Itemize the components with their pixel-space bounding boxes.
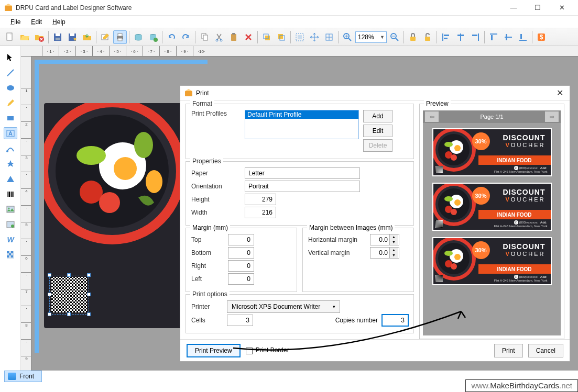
zoom-in-icon[interactable] bbox=[341, 30, 354, 44]
print-dialog: Print ✕ Format Print Profiles Default Pr… bbox=[180, 85, 570, 362]
voucher-qr-icon bbox=[435, 275, 443, 282]
preview-legend: Preview bbox=[424, 100, 451, 107]
wordart-tool-icon[interactable]: W bbox=[4, 233, 17, 245]
select-all-icon[interactable] bbox=[293, 30, 307, 44]
lock-icon[interactable] bbox=[406, 30, 420, 44]
svg-point-79 bbox=[454, 145, 461, 151]
svg-point-87 bbox=[454, 199, 461, 206]
line-tool-icon[interactable] bbox=[4, 66, 17, 79]
star-tool-icon[interactable] bbox=[4, 158, 17, 170]
batch-icon[interactable] bbox=[132, 30, 145, 44]
align-right-icon[interactable] bbox=[468, 30, 482, 44]
delete-icon[interactable] bbox=[242, 30, 255, 44]
print-options-legend: Print options bbox=[190, 290, 230, 298]
card-design[interactable] bbox=[44, 103, 201, 328]
svg-rect-11 bbox=[118, 38, 122, 41]
unlock-icon[interactable] bbox=[421, 30, 434, 44]
rectangle-tool-icon[interactable] bbox=[4, 112, 17, 124]
add-profile-button[interactable]: Add bbox=[363, 110, 392, 122]
tab-front[interactable]: Front bbox=[4, 371, 42, 382]
edit-profile-button[interactable]: Edit bbox=[363, 125, 392, 137]
maximize-button[interactable]: ☐ bbox=[526, 0, 550, 16]
paper-value[interactable]: Letter bbox=[245, 167, 360, 179]
zoom-input[interactable]: ▼ bbox=[355, 31, 387, 43]
print-preview-button[interactable]: Print Preview bbox=[187, 344, 241, 357]
delete-file-icon[interactable] bbox=[32, 30, 46, 44]
open-icon[interactable] bbox=[18, 30, 31, 44]
margin-right-input[interactable] bbox=[228, 260, 254, 272]
menu-help[interactable]: HelpHelp bbox=[47, 17, 71, 27]
bring-front-icon[interactable] bbox=[260, 30, 274, 44]
cells-input[interactable] bbox=[227, 315, 253, 326]
preview-next-button[interactable]: ⇨ bbox=[545, 111, 559, 122]
triangle-tool-icon[interactable] bbox=[4, 173, 17, 185]
preview-page-label: Page 1/1 bbox=[441, 114, 543, 120]
redo-icon[interactable] bbox=[179, 30, 193, 44]
print-icon[interactable] bbox=[113, 30, 127, 44]
print-button[interactable]: Print bbox=[494, 344, 523, 357]
cancel-button[interactable]: Cancel bbox=[528, 344, 563, 357]
preview-prev-button[interactable]: ⇦ bbox=[425, 111, 439, 122]
copy-icon[interactable] bbox=[198, 30, 211, 44]
image-tool-icon[interactable] bbox=[4, 203, 17, 215]
move-icon[interactable] bbox=[308, 30, 321, 44]
print-dialog-footer: Print Preview Print Border Print Cancel bbox=[180, 339, 570, 361]
svg-point-81 bbox=[451, 154, 457, 161]
margin-top-input[interactable] bbox=[228, 234, 254, 245]
export-icon[interactable] bbox=[80, 30, 94, 44]
print-dialog-close-icon[interactable]: ✕ bbox=[554, 88, 565, 98]
edit-card-icon[interactable] bbox=[99, 30, 112, 44]
minimize-button[interactable]: — bbox=[501, 0, 526, 16]
batch-edit-icon[interactable] bbox=[146, 30, 160, 44]
svg-rect-19 bbox=[231, 34, 236, 41]
margin-bottom-input[interactable] bbox=[228, 247, 254, 259]
align-center-h-icon[interactable] bbox=[454, 30, 467, 44]
curve-tool-icon[interactable] bbox=[4, 142, 17, 154]
print-profiles-list[interactable]: Default Print Profile bbox=[245, 110, 359, 139]
copies-input[interactable] bbox=[382, 315, 408, 326]
qr-code[interactable] bbox=[51, 277, 87, 312]
orientation-value[interactable]: Portrait bbox=[245, 181, 360, 192]
undo-icon[interactable] bbox=[165, 30, 178, 44]
align-top-icon[interactable] bbox=[487, 30, 500, 44]
voucher-card: 30% DISCOUNTVOUCHER INDIAN FOOD ✆(800)xx… bbox=[432, 183, 552, 231]
voucher-qr-icon bbox=[435, 166, 443, 173]
resize-icon[interactable] bbox=[322, 30, 336, 44]
text-tool-icon[interactable]: A bbox=[4, 127, 17, 139]
voucher-percent: 30% bbox=[472, 187, 490, 205]
paste-icon[interactable] bbox=[227, 30, 241, 44]
pencil-tool-icon[interactable] bbox=[4, 97, 17, 109]
align-left-icon[interactable] bbox=[439, 30, 453, 44]
menu-edit[interactable]: EditEdit bbox=[26, 17, 47, 27]
save-as-icon[interactable] bbox=[66, 30, 79, 44]
tab-front-label: Front bbox=[19, 373, 34, 380]
send-back-icon[interactable] bbox=[275, 30, 288, 44]
svg-point-54 bbox=[8, 207, 9, 209]
toolbar: ▼ $ bbox=[0, 28, 578, 46]
new-doc-icon[interactable] bbox=[3, 30, 17, 44]
align-center-v-icon[interactable] bbox=[501, 30, 515, 44]
h-margin-spinner[interactable]: ▲▼ bbox=[370, 234, 399, 245]
height-input[interactable] bbox=[245, 194, 276, 205]
width-input[interactable] bbox=[245, 207, 276, 218]
zoom-out-icon[interactable] bbox=[388, 30, 401, 44]
pointer-tool-icon[interactable] bbox=[4, 51, 17, 63]
price-icon[interactable]: $ bbox=[535, 30, 548, 44]
margin-left-input[interactable] bbox=[228, 273, 254, 285]
save-icon[interactable] bbox=[51, 30, 64, 44]
svg-rect-7 bbox=[70, 33, 74, 36]
v-margin-spinner[interactable]: ▲▼ bbox=[370, 247, 399, 259]
h-margin-label: Horizontal margin bbox=[308, 236, 366, 243]
close-button[interactable]: ✕ bbox=[550, 0, 574, 16]
cut-icon[interactable] bbox=[212, 30, 226, 44]
library-tool-icon[interactable] bbox=[4, 218, 17, 230]
print-border-checkbox[interactable]: Print Border bbox=[246, 346, 289, 354]
ellipse-tool-icon[interactable] bbox=[4, 82, 17, 94]
printer-dropdown[interactable]: Microsoft XPS Document Writer▾ bbox=[227, 300, 340, 313]
pattern-tool-icon[interactable] bbox=[4, 249, 17, 261]
zoom-value[interactable] bbox=[358, 33, 380, 41]
menu-file[interactable]: FFileile bbox=[5, 17, 26, 27]
print-profile-item[interactable]: Default Print Profile bbox=[245, 110, 358, 119]
barcode-tool-icon[interactable] bbox=[4, 188, 17, 200]
align-bottom-icon[interactable] bbox=[516, 30, 530, 44]
